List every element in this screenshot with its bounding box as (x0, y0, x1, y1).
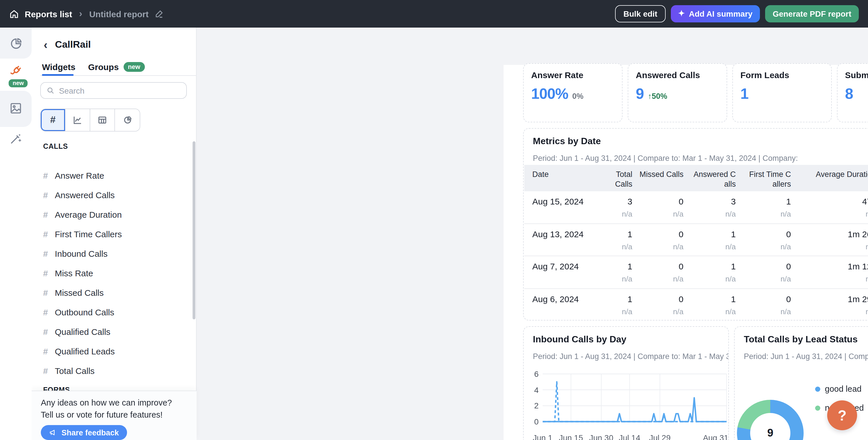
table-cell-date: Aug 15, 2024 (524, 191, 607, 223)
inbound-calls-by-day-widget[interactable]: Inbound Calls by Day Period: Jun 1 - Aug… (523, 326, 729, 440)
cell-value: 3 (683, 197, 736, 207)
search-input[interactable] (59, 86, 181, 95)
widget-list-item[interactable]: #Total Calls (32, 362, 196, 379)
home-icon[interactable] (9, 9, 19, 19)
table-column-header: Date (524, 165, 607, 191)
widget-list-item[interactable]: #Average Duration (32, 206, 196, 223)
report-canvas: Answer Rate100%0%Answered Calls9↑50%Form… (503, 65, 868, 440)
back-chevron-icon[interactable]: ‹ (44, 39, 48, 50)
cell-value: 47s (791, 197, 868, 207)
metric-value: 1 (740, 85, 748, 103)
widget-type-line-chart[interactable] (65, 109, 90, 131)
bulk-edit-button[interactable]: Bulk edit (615, 5, 665, 23)
cell-value: Aug 15, 2024 (532, 197, 607, 207)
cell-compare-value: n/a (683, 242, 736, 251)
add-ai-summary-button[interactable]: ✦ Add AI summary (671, 5, 760, 23)
widget-list-item[interactable]: #Outbound Calls (32, 303, 196, 320)
widget-list-item[interactable]: #Inbound Calls (32, 245, 196, 262)
donut-total: 9 (767, 427, 773, 439)
icon-rail: new (0, 28, 32, 440)
sidebar-scrollbar[interactable] (192, 141, 195, 319)
metrics-by-date-widget[interactable]: Metrics by Date Period: Jun 1 - Aug 31, … (523, 128, 868, 320)
table-cell: 1m 26sn/a (791, 224, 868, 256)
table-cell: 3n/a (683, 191, 736, 223)
widget-list-item[interactable]: #Answer Rate (32, 167, 196, 184)
cell-compare-value: n/a (791, 242, 868, 251)
metric-value: 8 (845, 85, 853, 103)
sparkles-icon: ✦ (678, 9, 685, 18)
metric-value-row: 1 (740, 85, 824, 103)
table-cell: 1n/a (607, 224, 632, 256)
cell-compare-value: n/a (736, 210, 791, 218)
metric-card-form-leads[interactable]: Form Leads1 (732, 63, 832, 122)
cell-compare-value: n/a (683, 275, 736, 283)
metric-title: Answered Calls (636, 70, 719, 80)
widget-list-item[interactable]: #Answered Calls (32, 186, 196, 203)
hash-icon: # (43, 248, 48, 258)
help-button[interactable]: ? (827, 400, 857, 430)
metric-value-row: 8 (845, 85, 868, 103)
hash-icon: # (43, 170, 48, 180)
widget-list-item[interactable]: #First Time Callers (32, 225, 196, 242)
metric-card-submissions[interactable]: Submissions8 (837, 63, 868, 122)
hash-icon: # (43, 346, 48, 356)
table-cell: 0n/a (632, 257, 683, 289)
table-cell: 0n/a (736, 289, 791, 319)
hash-icon: # (43, 229, 48, 239)
widget-list-item[interactable]: #Qualified Leads (32, 342, 196, 360)
cell-value: Aug 7, 2024 (532, 262, 607, 272)
hash-icon: # (43, 366, 48, 375)
table-cell: 1m 12sn/a (791, 257, 868, 289)
pencil-icon[interactable] (154, 9, 163, 19)
image-icon[interactable] (0, 102, 32, 115)
metric-card-answer-rate[interactable]: Answer Rate100%0% (523, 63, 623, 122)
widget-type-pie-chart[interactable] (115, 109, 140, 131)
generate-pdf-button[interactable]: Generate PDF report (765, 5, 859, 23)
legend-dot (815, 405, 820, 410)
chevron-right-icon: › (79, 8, 82, 20)
x-axis-tick: Jul 14 (619, 433, 640, 440)
share-feedback-button[interactable]: Share feedback (41, 425, 127, 440)
table-column-header: Average Duration (791, 165, 868, 191)
metric-value-row: 100%0% (531, 85, 615, 103)
breadcrumb-reports-list[interactable]: Reports list (25, 9, 72, 19)
cell-value: 1m 26s (791, 229, 868, 239)
table-cell: 1n/a (683, 289, 736, 319)
cell-value: 0 (632, 197, 683, 207)
cell-value: 0 (632, 262, 683, 272)
widget-list-item[interactable]: #Miss Rate (32, 264, 196, 281)
line-chart-icon (72, 115, 83, 125)
table-cell: 0n/a (632, 224, 683, 256)
x-axis-tick: Jul 29 (649, 433, 671, 440)
widget-list-item-label: Average Duration (55, 209, 122, 219)
widget-list-item[interactable]: #Qualified Calls (32, 323, 196, 340)
widget-list-item-label: Answered Calls (55, 190, 115, 200)
cell-compare-value: n/a (736, 275, 791, 283)
metric-card-answered-calls[interactable]: Answered Calls9↑50% (628, 63, 727, 122)
widget-list-item[interactable]: #Missed Calls (32, 284, 196, 301)
x-axis-tick: Aug 31 (703, 433, 728, 440)
breadcrumb-report-name[interactable]: Untitled report (89, 9, 149, 19)
table-cell: 1n/a (683, 224, 736, 256)
widgets-pie-chart-icon[interactable] (0, 37, 32, 50)
widget-type-table[interactable] (90, 109, 115, 131)
cell-compare-value: n/a (683, 210, 736, 218)
feedback-line2: Tell us or vote for future features! (41, 409, 187, 421)
integrations-plug-icon[interactable] (0, 63, 32, 78)
cell-value: Aug 13, 2024 (532, 229, 607, 239)
donut-chart: 9 (737, 400, 804, 440)
tab-widgets[interactable]: Widgets (42, 62, 75, 72)
metric-card-row: Answer Rate100%0%Answered Calls9↑50%Form… (523, 63, 868, 122)
cell-value: 1 (736, 197, 791, 207)
search-box[interactable] (40, 82, 187, 99)
tab-groups[interactable]: Groups new (88, 62, 145, 72)
table-cell: 47sn/a (791, 191, 868, 223)
table-row: Aug 7, 20241n/a0n/a1n/a0n/a1m 12sn/a0n/a (524, 257, 868, 289)
widget-type-number[interactable]: # (41, 109, 65, 131)
sidebar-title: CallRail (55, 39, 91, 50)
sidebar-tabs: Widgets Groups new (42, 62, 145, 72)
cell-compare-value: n/a (607, 307, 632, 316)
magic-wand-icon[interactable] (0, 132, 32, 145)
feedback-line1: Any ideas on how we can improve? (41, 397, 187, 409)
cell-value: 1m 29s (791, 294, 868, 304)
